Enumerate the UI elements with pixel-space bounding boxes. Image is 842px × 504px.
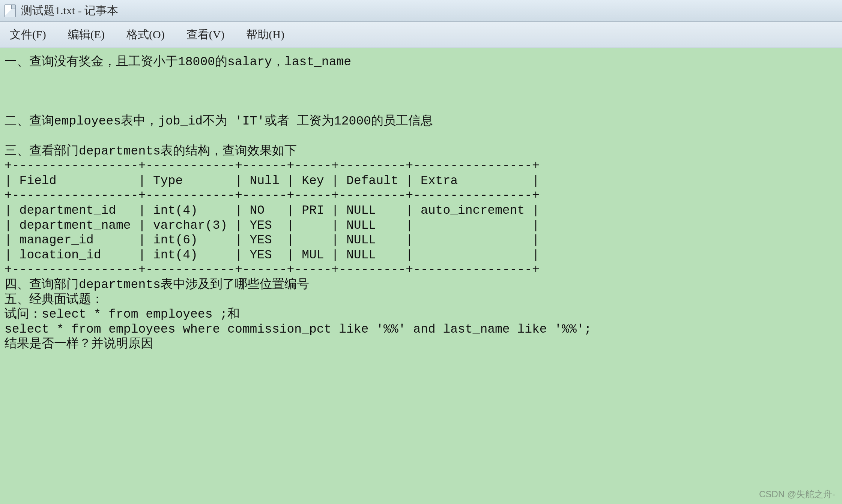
menubar: 文件(F) 编辑(E) 格式(O) 查看(V) 帮助(H) [0,22,842,48]
window-title-filename: 测试题1.txt [21,3,75,18]
titlebar[interactable]: 测试题1.txt - 记事本 [0,0,842,22]
menu-edit[interactable]: 编辑(E) [63,25,110,45]
text-line: 五、经典面试题： [5,293,104,307]
text-line: 结果是否一样？并说明原因 [5,337,153,351]
ascii-table-border: +-----------------+------------+------+-… [5,189,540,202]
menu-format[interactable]: 格式(O) [121,25,170,45]
editor-content[interactable]: 一、查询没有奖金，且工资小于18000的salary，last_name 二、查… [0,48,842,504]
ascii-table-row: | department_name | varchar(3) | YES | |… [5,219,540,232]
ascii-table-row: | location_id | int(4) | YES | MUL | NUL… [5,248,540,262]
text-line: 三、查看部门departments表的结构，查询效果如下 [5,144,297,158]
text-line: 一、查询没有奖金，且工资小于18000的salary，last_name [5,55,351,69]
menu-file[interactable]: 文件(F) [5,25,51,45]
ascii-table-border: +-----------------+------------+------+-… [5,159,540,173]
text-line: 试问：select * from employees ;和 [5,308,240,321]
text-line: 二、查询employees表中，job_id不为 'IT'或者 工资为12000… [5,114,433,128]
menu-view[interactable]: 查看(V) [181,25,230,45]
watermark: CSDN @失舵之舟- [759,488,835,500]
text-line: select * from employees where commission… [5,322,591,336]
notepad-window: 测试题1.txt - 记事本 文件(F) 编辑(E) 格式(O) 查看(V) 帮… [0,0,842,504]
ascii-table-border: +-----------------+------------+------+-… [5,263,540,277]
text-line: 四、查询部门departments表中涉及到了哪些位置编号 [5,278,309,292]
ascii-table-row: | manager_id | int(6) | YES | | NULL | | [5,233,540,247]
window-title-appname: 记事本 [84,3,118,18]
ascii-table-row: | department_id | int(4) | NO | PRI | NU… [5,204,540,218]
notepad-file-icon [5,4,16,17]
menu-help[interactable]: 帮助(H) [241,25,290,45]
ascii-table-header: | Field | Type | Null | Key | Default | … [5,174,540,188]
window-title-separator: - [75,4,84,17]
